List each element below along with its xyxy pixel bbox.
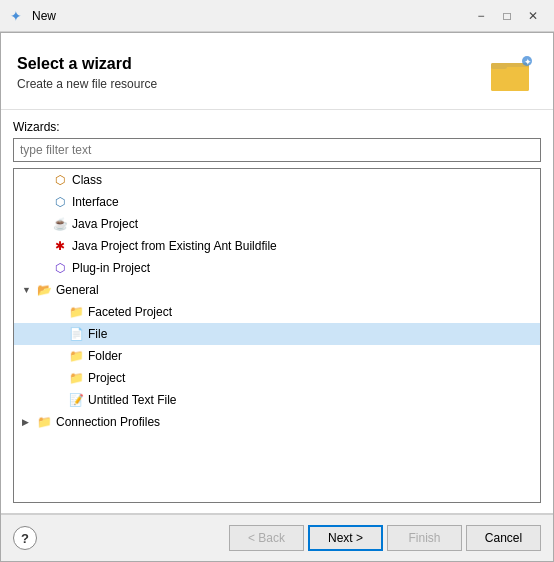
header-icon: ✦ (489, 49, 537, 97)
icon-text: 📝 (68, 392, 84, 408)
tree-item-label-folder: Folder (88, 349, 122, 363)
filter-input[interactable] (13, 138, 541, 162)
tree-item-label-file: File (88, 327, 107, 341)
icon-folder: 📁 (68, 348, 84, 364)
icon-java: ☕ (52, 216, 68, 232)
tree-item-label-java-project: Java Project (72, 217, 138, 231)
back-button[interactable]: < Back (229, 525, 304, 551)
tree-container[interactable]: ⬡Class⬡Interface☕Java Project✱Java Proje… (13, 168, 541, 503)
tree-item-label-plugin: Plug-in Project (72, 261, 150, 275)
title-bar: ✦ New − □ ✕ (0, 0, 554, 32)
tree-item-label-general: General (56, 283, 99, 297)
tree-item-folder[interactable]: 📁Folder (14, 345, 540, 367)
header-text: Select a wizard Create a new file resour… (17, 55, 489, 91)
content-section: Wizards: ⬡Class⬡Interface☕Java Project✱J… (1, 110, 553, 513)
icon-project: 📁 (68, 370, 84, 386)
finish-button[interactable]: Finish (387, 525, 462, 551)
svg-text:✦: ✦ (524, 57, 532, 67)
tree-item-label-faceted: Faceted Project (88, 305, 172, 319)
icon-plugin: ⬡ (52, 260, 68, 276)
dialog-subtitle: Create a new file resource (17, 77, 489, 91)
tree-item-label-interface: Interface (72, 195, 119, 209)
tree-item-java-ant[interactable]: ✱Java Project from Existing Ant Buildfil… (14, 235, 540, 257)
icon-class: ⬡ (52, 172, 68, 188)
tree-item-label-untitled: Untitled Text File (88, 393, 176, 407)
tree-item-project[interactable]: 📁Project (14, 367, 540, 389)
tree-item-faceted[interactable]: 📁Faceted Project (14, 301, 540, 323)
tree-item-conn-profiles[interactable]: ▶📁Connection Profiles (14, 411, 540, 433)
icon-folder-open: 📂 (36, 282, 52, 298)
cancel-button[interactable]: Cancel (466, 525, 541, 551)
minimize-button[interactable]: − (470, 5, 492, 27)
maximize-button[interactable]: □ (496, 5, 518, 27)
tree-item-label-java-ant: Java Project from Existing Ant Buildfile (72, 239, 277, 253)
tree-item-label-class: Class (72, 173, 102, 187)
next-button[interactable]: Next > (308, 525, 383, 551)
svg-rect-1 (491, 67, 529, 91)
help-button[interactable]: ? (13, 526, 37, 550)
icon-interface: ⬡ (52, 194, 68, 210)
title-bar-controls: − □ ✕ (470, 5, 544, 27)
dialog-body: Select a wizard Create a new file resour… (0, 32, 554, 562)
close-button[interactable]: ✕ (522, 5, 544, 27)
icon-folder: 📁 (36, 414, 52, 430)
dialog-icon: ✦ (10, 8, 26, 24)
tree-item-class[interactable]: ⬡Class (14, 169, 540, 191)
tree-item-label-conn-profiles: Connection Profiles (56, 415, 160, 429)
wizards-label: Wizards: (13, 120, 541, 134)
tree-item-general[interactable]: ▼📂General (14, 279, 540, 301)
icon-ant: ✱ (52, 238, 68, 254)
title-bar-title: New (32, 9, 470, 23)
tree-item-untitled[interactable]: 📝Untitled Text File (14, 389, 540, 411)
tree-item-file[interactable]: 📄File (14, 323, 540, 345)
button-bar: ? < Back Next > Finish Cancel (1, 514, 553, 561)
icon-project: 📁 (68, 304, 84, 320)
icon-file: 📄 (68, 326, 84, 342)
tree-item-interface[interactable]: ⬡Interface (14, 191, 540, 213)
tree-item-java-project[interactable]: ☕Java Project (14, 213, 540, 235)
header-section: Select a wizard Create a new file resour… (1, 33, 553, 110)
tree-item-label-project: Project (88, 371, 125, 385)
svg-rect-2 (491, 63, 507, 69)
dialog-title: Select a wizard (17, 55, 489, 73)
tree-item-plugin[interactable]: ⬡Plug-in Project (14, 257, 540, 279)
